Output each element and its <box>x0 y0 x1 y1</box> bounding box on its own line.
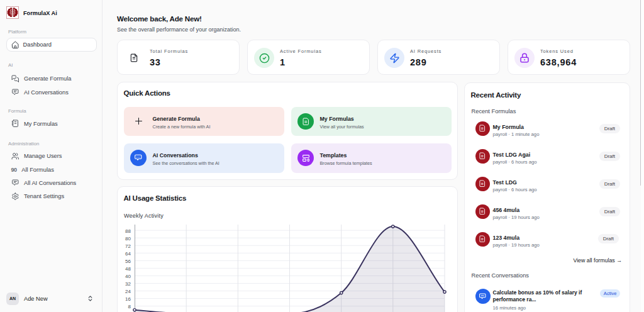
svg-text:64: 64 <box>125 251 131 257</box>
svg-text:32: 32 <box>125 281 131 287</box>
svg-text:88: 88 <box>125 228 131 234</box>
svg-text:24: 24 <box>125 289 131 294</box>
svg-text:48: 48 <box>125 266 131 272</box>
svg-text:80: 80 <box>125 236 131 242</box>
svg-text:40: 40 <box>125 274 131 279</box>
svg-text:16: 16 <box>125 296 131 302</box>
svg-text:56: 56 <box>125 259 131 264</box>
svg-text:8: 8 <box>128 304 131 309</box>
svg-text:72: 72 <box>125 243 131 249</box>
